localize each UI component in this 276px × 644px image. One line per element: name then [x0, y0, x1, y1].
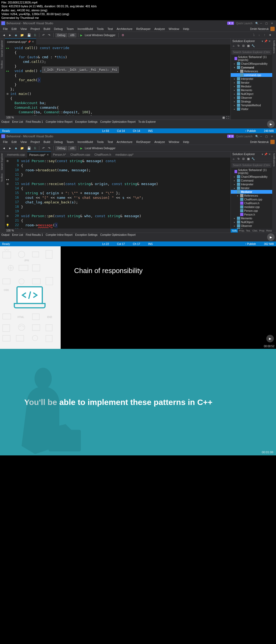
- tree-node[interactable]: Observer: [241, 224, 252, 227]
- tree-node-selected[interactable]: Mediator: [241, 190, 252, 193]
- doc-tab-command[interactable]: command.cpp* 📌 ✕: [5, 39, 36, 45]
- menu-debug[interactable]: Debug: [52, 140, 64, 144]
- explorer-tab-team[interactable]: Tea…: [245, 229, 251, 233]
- stop-icon[interactable]: ■: [269, 33, 273, 37]
- explorer-tab-properties[interactable]: Prop…: [238, 229, 245, 233]
- tree-node[interactable]: References: [244, 70, 258, 73]
- sln-node[interactable]: Solution 'Behavioral' (11 projects): [238, 169, 271, 175]
- collapse-icon[interactable]: ⊟: [242, 44, 245, 48]
- notification-badge[interactable]: ▼ 3: [227, 22, 234, 25]
- save-icon[interactable]: 💾: [26, 146, 32, 151]
- tree-node[interactable]: Interpreter: [241, 183, 253, 186]
- redo-icon[interactable]: ↷: [47, 33, 51, 38]
- menu-edit[interactable]: Edit: [10, 27, 18, 31]
- show-all-icon[interactable]: ▦: [246, 44, 250, 48]
- tree-node[interactable]: NullObject: [241, 93, 253, 96]
- tree-node[interactable]: References: [244, 194, 258, 197]
- menu-incredibuild[interactable]: IncrediBuild: [76, 27, 94, 31]
- close-button[interactable]: ✕: [271, 135, 273, 138]
- maximize-button[interactable]: ▢: [265, 22, 268, 25]
- user-name[interactable]: Dmitri Nesteruk: [250, 141, 269, 144]
- menu-project[interactable]: Project: [29, 140, 41, 144]
- menu-window[interactable]: Window: [167, 140, 181, 144]
- pin-icon[interactable]: 📌: [28, 40, 31, 43]
- dropdown-icon[interactable]: ▾: [262, 40, 263, 43]
- menu-debug[interactable]: Debug: [52, 27, 64, 31]
- open-icon[interactable]: 📁: [19, 146, 25, 151]
- menu-help[interactable]: Help: [181, 140, 191, 144]
- tab-output[interactable]: Output: [1, 233, 9, 241]
- tree-node[interactable]: TemplateMethod: [241, 104, 261, 107]
- menu-architecture[interactable]: Architecture: [115, 140, 134, 144]
- tab-inline-report[interactable]: Compiler Inline Report: [46, 233, 73, 241]
- menu-file[interactable]: File: [1, 140, 9, 144]
- menu-build[interactable]: Build: [42, 27, 52, 31]
- menu-resharper[interactable]: ReSharper: [134, 140, 152, 144]
- properties-icon[interactable]: 🔧: [251, 44, 255, 48]
- doc-tab[interactable]: mediator.cpp*: [113, 152, 136, 158]
- debug-ctl-icon[interactable]: ▦: [222, 116, 225, 119]
- close-icon[interactable]: ✕: [268, 40, 271, 43]
- maximize-button[interactable]: ▢: [265, 135, 268, 138]
- tab-close-icon[interactable]: ✕: [32, 40, 34, 43]
- debug-ctl-icon[interactable]: ⛶: [226, 116, 229, 119]
- debugger-button[interactable]: Local Windows Debugger: [84, 33, 116, 37]
- home-icon[interactable]: ⌂: [232, 157, 236, 161]
- tab-inline-report[interactable]: Compiler Inline Report: [46, 120, 73, 128]
- tab-error-list[interactable]: Error List: [12, 120, 23, 128]
- tree-node[interactable]: Command: [241, 66, 254, 69]
- tree-node[interactable]: mediator.cpp: [244, 206, 260, 209]
- quick-launch[interactable]: Quick Launch: [236, 135, 253, 138]
- tab-notifications[interactable]: Notifications: [272, 152, 276, 233]
- show-all-icon[interactable]: ▦: [246, 157, 250, 161]
- doc-tab-active[interactable]: Person.cpp*✕: [27, 152, 51, 158]
- tree-node[interactable]: Iterator: [241, 81, 250, 84]
- new-icon[interactable]: ◆: [14, 33, 18, 38]
- explorer-tab-prop[interactable]: Prop…: [258, 229, 265, 233]
- explorer-search-input[interactable]: [232, 50, 271, 54]
- platform-select[interactable]: x86: [68, 146, 76, 150]
- open-icon[interactable]: 📁: [19, 33, 25, 38]
- notification-badge[interactable]: ▼ 3: [227, 135, 234, 138]
- tab-find-results[interactable]: Find Results 1: [26, 233, 43, 241]
- search-icon[interactable]: 🔍: [255, 135, 258, 138]
- zoom-level[interactable]: 100 %: [6, 229, 14, 232]
- nav-fwd-icon[interactable]: ►: [8, 33, 13, 37]
- tab-output[interactable]: Output: [1, 120, 9, 128]
- code-editor[interactable]: ⊟ 8void Person::say(const string& messag…: [5, 158, 230, 229]
- nav-back-icon[interactable]: ◄: [1, 146, 6, 150]
- tree-node[interactable]: ChainOfResponsibility: [241, 62, 267, 65]
- solution-tree[interactable]: Solution 'Behavioral' (11 projects) ▸Cha…: [231, 55, 272, 120]
- tree-node[interactable]: Mediator: [241, 85, 251, 88]
- explorer-search-input[interactable]: [232, 163, 271, 168]
- sln-node[interactable]: Solution 'Behavioral' (11 projects): [238, 56, 271, 62]
- properties-icon[interactable]: 🔧: [251, 157, 255, 161]
- tab-exception[interactable]: Exception Settings: [75, 120, 98, 128]
- menu-team[interactable]: Team: [65, 140, 75, 144]
- code-editor[interactable]: ⬥⬥ void call() const override { for (aut…: [5, 45, 230, 115]
- tab-find-results[interactable]: Find Results 1: [26, 120, 43, 128]
- redo-icon[interactable]: ↷: [47, 146, 51, 151]
- tree-node[interactable]: Person.h: [244, 213, 255, 216]
- tree-node[interactable]: Memento: [241, 89, 252, 92]
- tree-node[interactable]: Command: [241, 179, 253, 182]
- zoom-level[interactable]: 100 %: [6, 116, 14, 119]
- user-avatar-icon[interactable]: [270, 140, 275, 144]
- video-play-icon[interactable]: [267, 233, 275, 241]
- tab-error-list[interactable]: Error List: [12, 233, 23, 241]
- tree-node[interactable]: NullObject: [241, 221, 253, 224]
- undo-icon[interactable]: ↶: [41, 33, 46, 38]
- minimize-button[interactable]: ─: [260, 135, 262, 138]
- tree-node[interactable]: Iterator: [241, 187, 250, 190]
- doc-tab[interactable]: memento.cpp: [5, 152, 27, 158]
- tree-node[interactable]: ChainOfResponsibility: [241, 175, 267, 178]
- tree-node[interactable]: Interpreter: [241, 77, 253, 80]
- platform-select[interactable]: x86: [68, 33, 76, 37]
- config-select[interactable]: Debug: [56, 33, 67, 37]
- minimize-button[interactable]: ─: [260, 22, 262, 25]
- doc-tab[interactable]: Person.h*: [51, 152, 68, 158]
- debugger-button[interactable]: Local Windows Debugger: [84, 146, 116, 150]
- nav-back-icon[interactable]: ◄: [1, 33, 6, 37]
- menu-test[interactable]: Test: [106, 140, 115, 144]
- step-out-icon[interactable]: ↑: [264, 33, 268, 37]
